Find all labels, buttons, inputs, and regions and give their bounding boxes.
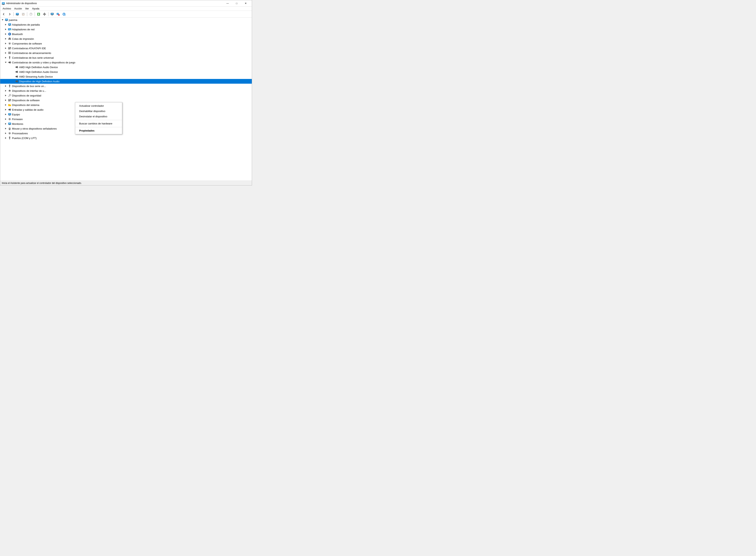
tree-chevron-icon[interactable]: [4, 33, 7, 36]
svg-rect-75: [8, 62, 9, 63]
tree-item[interactable]: Dispositivos de software: [0, 98, 252, 103]
tree-chevron-icon[interactable]: [11, 80, 14, 83]
tree-item[interactable]: Controladoras de almacenamiento: [0, 50, 252, 55]
tree-item[interactable]: AMD High Definition Audio Device: [0, 69, 252, 74]
svg-rect-86: [9, 85, 10, 86]
tree-chevron-icon[interactable]: [4, 103, 7, 106]
tree-chevron-icon[interactable]: [4, 113, 7, 116]
svg-marker-32: [2, 19, 3, 21]
tree-chevron-icon[interactable]: [4, 94, 7, 97]
tree-item[interactable]: Entradas y salidas de audio: [0, 107, 252, 112]
tree-item-icon: [15, 79, 19, 83]
tree-item[interactable]: Controladoras de sonido y vídeo y dispos…: [0, 60, 252, 65]
forward-button[interactable]: [7, 12, 12, 17]
svg-rect-6: [16, 15, 19, 15]
tree-item[interactable]: Adaptadores de red: [0, 27, 252, 32]
context-menu-item-disable-device[interactable]: Deshabilitar dispositivo: [75, 108, 122, 114]
svg-marker-37: [5, 24, 6, 25]
menu-archivo[interactable]: Archivo: [1, 7, 12, 10]
tree-chevron-icon[interactable]: [4, 61, 7, 64]
menu-accion[interactable]: Acción: [12, 7, 24, 10]
context-menu-item-scan-hardware[interactable]: Buscar cambios de hardware: [75, 121, 122, 126]
tree-item[interactable]: AMD High Definition Audio Device: [0, 65, 252, 69]
tree-chevron-icon[interactable]: [1, 18, 4, 22]
tree-item[interactable]: Dispositivo de High Definition Audio: [0, 79, 252, 84]
tree-chevron-icon[interactable]: [4, 37, 7, 40]
maximize-button[interactable]: □: [232, 0, 241, 6]
tree-item[interactable]: Dispositivos de seguridad: [0, 93, 252, 98]
tree-chevron-icon[interactable]: [11, 75, 14, 78]
update-driver-button[interactable]: 📋: [21, 12, 26, 17]
svg-rect-105: [8, 109, 9, 110]
tree-item[interactable]: Dispositivos de bus serie un...: [0, 84, 252, 89]
tree-item-icon: [8, 51, 11, 55]
tree-item[interactable]: Monitores: [0, 121, 252, 126]
tree-chevron-icon[interactable]: [4, 47, 7, 50]
tree-item[interactable]: Componentes de software: [0, 41, 252, 46]
context-menu-item-properties[interactable]: Propiedades: [75, 128, 122, 133]
tree-chevron-icon[interactable]: [4, 127, 7, 130]
menu-ver[interactable]: Ver: [24, 7, 31, 10]
svg-point-67: [10, 52, 11, 53]
svg-marker-52: [5, 38, 6, 40]
tree-chevron-icon[interactable]: [4, 99, 7, 102]
tree-chevron-icon[interactable]: [4, 136, 7, 140]
tree-chevron-icon[interactable]: [4, 117, 7, 121]
computer-properties-button[interactable]: [14, 12, 20, 17]
tree-chevron-icon[interactable]: [4, 108, 7, 111]
svg-marker-104: [5, 109, 6, 110]
tree-chevron-icon[interactable]: [4, 51, 7, 55]
tree-chevron-icon[interactable]: [4, 28, 7, 31]
minimize-button[interactable]: —: [223, 0, 232, 6]
svg-marker-42: [5, 29, 6, 30]
tree-chevron-icon[interactable]: [4, 84, 7, 88]
tree-item[interactable]: Adaptadores de pantalla: [0, 22, 252, 27]
tree-chevron-icon[interactable]: [4, 132, 7, 135]
tree-item[interactable]: Procesadores: [0, 131, 252, 136]
svg-rect-36: [6, 21, 7, 21]
tree-chevron-icon[interactable]: [4, 42, 7, 45]
tree-item[interactable]: Colas de impresión: [0, 36, 252, 41]
svg-rect-70: [9, 56, 10, 58]
back-button[interactable]: [1, 12, 6, 17]
scan-changes-button[interactable]: ↓: [61, 12, 67, 17]
close-button[interactable]: ✕: [241, 0, 250, 6]
tree-chevron-icon[interactable]: [4, 89, 7, 92]
tree-chevron-icon[interactable]: [4, 122, 7, 126]
tree-item-label: Componentes de software: [12, 42, 42, 45]
tree-item[interactable]: AMD Streaming Audio Device: [0, 74, 252, 79]
tree-item-icon: [5, 18, 8, 22]
context-menu-item-uninstall-device[interactable]: Desinstalar el dispositivo: [75, 114, 122, 119]
tree-item[interactable]: Equipo: [0, 112, 252, 117]
menu-bar: Archivo Acción Ver Ayuda: [0, 6, 252, 11]
tree-item[interactable]: Dispositivos del sistema: [0, 103, 252, 107]
svg-rect-23: [51, 15, 53, 15]
status-bar: Inicia el Asistente para actualizar el c…: [0, 180, 252, 185]
tree-item[interactable]: Firmware: [0, 117, 252, 121]
device-tree[interactable]: juanmaAdaptadores de pantallaAdaptadores…: [0, 18, 252, 180]
settings-toolbar-button[interactable]: [42, 12, 47, 17]
tree-item[interactable]: Controladoras de bus serie universal: [0, 55, 252, 60]
tree-item[interactable]: juanma: [0, 18, 252, 22]
tree-chevron-icon[interactable]: [11, 70, 14, 73]
display-toolbar-button[interactable]: [49, 12, 55, 17]
svg-marker-85: [5, 85, 6, 87]
tree-item-icon: [8, 42, 11, 45]
svg-marker-60: [5, 47, 6, 49]
run-button[interactable]: [36, 12, 41, 17]
tree-item[interactable]: Dispositivos de interfaz de u...: [0, 89, 252, 93]
svg-rect-73: [9, 58, 10, 59]
tree-chevron-icon[interactable]: [4, 23, 7, 26]
tree-chevron-icon[interactable]: [11, 66, 14, 69]
tree-item[interactable]: BBluetooth: [0, 32, 252, 36]
tree-chevron-icon[interactable]: [4, 56, 7, 59]
tree-item[interactable]: Puertos (COM y LPT): [0, 136, 252, 140]
tree-item[interactable]: Controladoras ATA/ATAPI IDE: [0, 46, 252, 50]
help-toolbar-button[interactable]: ?: [28, 12, 34, 17]
menu-ayuda[interactable]: Ayuda: [31, 7, 41, 10]
toolbar-sep-3: [35, 12, 35, 16]
tree-item[interactable]: Mouse y otros dispositivos señaladores: [0, 126, 252, 131]
svg-rect-45: [8, 29, 11, 30]
add-device-button[interactable]: ×: [55, 12, 61, 17]
context-menu-item-update-driver[interactable]: Actualizar controlador: [75, 103, 122, 108]
